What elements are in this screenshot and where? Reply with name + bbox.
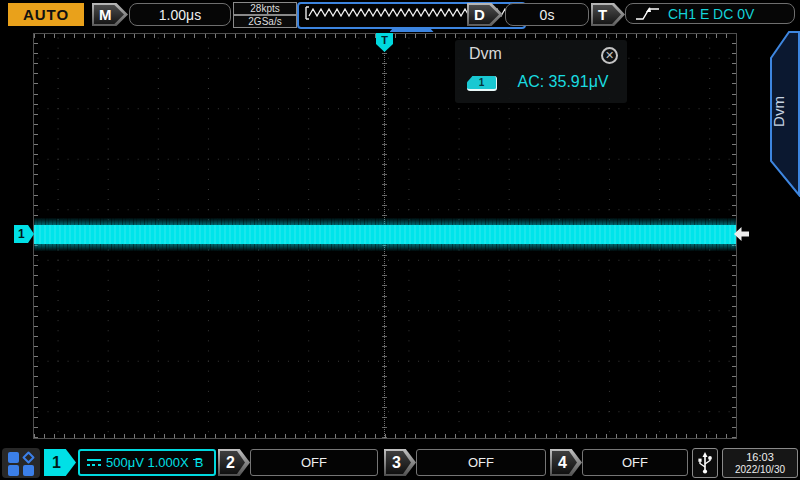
trigger-status-box[interactable]: CH1 E DC 0V: [625, 3, 795, 24]
menu-button[interactable]: [2, 448, 40, 478]
ch1-waveform-trace: [34, 218, 736, 251]
usb-icon: [697, 451, 713, 475]
time-label: 16:03: [746, 451, 774, 464]
channel-2-settings[interactable]: OFF: [250, 449, 378, 476]
channel-1-scale: 500μV 1.000X: [106, 455, 189, 470]
rising-edge-icon: [634, 6, 660, 22]
channel-3-badge[interactable]: 3: [384, 449, 416, 476]
clock: 16:03 2022/10/30: [722, 448, 798, 478]
top-status-bar: AUTO M 1.00μs 28kpts 2GSa/s D 0s T: [0, 0, 800, 29]
app-grid-icon: [23, 465, 34, 476]
memory-depth: 28kpts: [233, 2, 297, 15]
ch1-ground-level-marker[interactable]: 1: [14, 225, 34, 243]
timebase-value[interactable]: 1.00μs: [129, 3, 231, 26]
diamond-icon: [22, 451, 35, 464]
acquisition-mode-button[interactable]: AUTO: [8, 3, 84, 26]
horizontal-delay-value[interactable]: 0s: [505, 3, 589, 26]
dvm-popup-title: Dvm: [469, 45, 502, 63]
channel-3-settings[interactable]: OFF: [416, 449, 546, 476]
dvm-tab-label: Dvm: [770, 92, 787, 132]
usb-status: [692, 448, 718, 478]
dvm-side-tab[interactable]: Dvm: [756, 31, 800, 197]
delay-badge: D: [467, 3, 503, 26]
close-icon[interactable]: ✕: [601, 47, 618, 64]
bandwidth-limit-indicator: B: [195, 455, 204, 470]
app-grid-icon: [8, 465, 19, 476]
oscilloscope-screen: 1 T AUTO M 1.00μs 28kpts 2GSa/s D 0s: [0, 0, 800, 480]
channel-1-settings[interactable]: 500μV 1.000X B: [78, 449, 216, 476]
graticule: 1 T: [33, 33, 737, 439]
trigger-badge: T: [591, 3, 625, 26]
channel-4-badge[interactable]: 4: [550, 449, 582, 476]
channel-1-badge[interactable]: 1: [44, 449, 76, 476]
trigger-source-label: CH1 E DC 0V: [668, 6, 754, 22]
preview-expand-handle[interactable]: [390, 27, 434, 32]
timebase-badge: M: [92, 3, 128, 26]
dvm-popup: Dvm ✕ 1 AC: 35.91μV: [455, 40, 627, 103]
dvm-channel-badge: 1: [467, 76, 497, 91]
sample-rate: 2GSa/s: [233, 15, 297, 28]
channel-2-badge[interactable]: 2: [218, 449, 250, 476]
dvm-reading-value: AC: 35.91μV: [507, 73, 619, 91]
date-label: 2022/10/30: [735, 464, 785, 476]
channel-4-settings[interactable]: OFF: [582, 449, 688, 476]
waveform-core-band: [34, 225, 736, 244]
trigger-position-marker[interactable]: T: [376, 33, 393, 52]
trigger-level-arrow-icon[interactable]: [734, 227, 749, 241]
dc-coupling-icon: [87, 458, 101, 467]
app-grid-icon: [8, 452, 19, 463]
bottom-status-bar: 1 500μV 1.000X B 2 OFF 3 OFF 4 OFF: [0, 446, 800, 480]
